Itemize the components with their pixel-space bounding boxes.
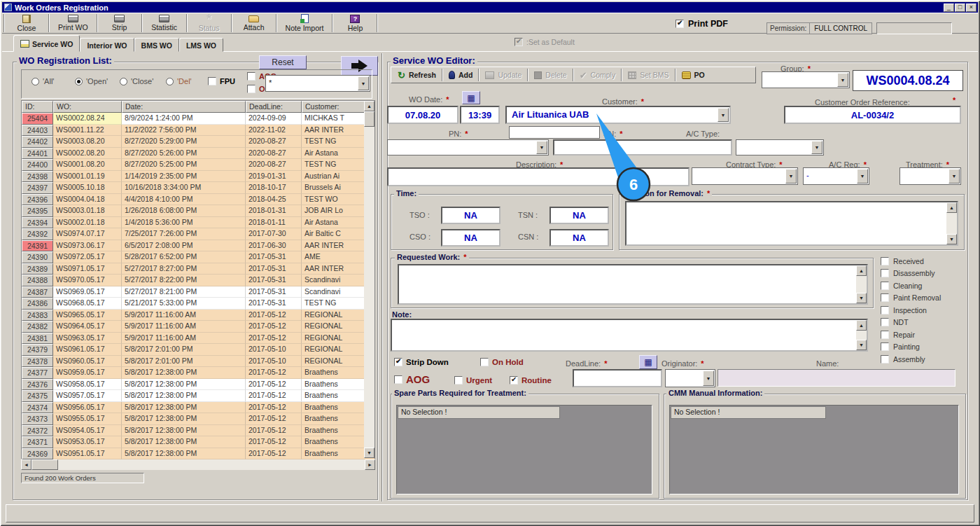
customer-dropdown-arrow[interactable] bbox=[718, 108, 729, 122]
row-id-cell[interactable]: 24401 bbox=[22, 148, 53, 160]
group-combobox[interactable] bbox=[762, 71, 850, 88]
table-row[interactable]: 24388WS0970.05.175/27/2017 8:22:00 PM201… bbox=[22, 275, 374, 286]
row-deadline-cell[interactable]: 2017-05-12 bbox=[246, 310, 302, 321]
row-deadline-cell[interactable]: 2017-05-12 bbox=[246, 333, 302, 345]
row-date-cell[interactable]: 11/2/2022 7:56:00 PM bbox=[122, 125, 246, 137]
ac-type-dropdown-arrow[interactable] bbox=[811, 141, 822, 154]
urgent-option[interactable]: Urgent bbox=[454, 376, 492, 385]
toolbar-button-strip[interactable]: Strip bbox=[99, 13, 140, 33]
treatment-checkbox[interactable] bbox=[881, 318, 889, 326]
row-customer-cell[interactable]: TEST NG bbox=[302, 298, 365, 310]
requested-work-scroll-track[interactable] bbox=[856, 276, 867, 293]
row-customer-cell[interactable]: Braathens bbox=[302, 390, 365, 402]
table-row[interactable]: 24383WS0965.05.175/9/2017 11:16:00 AM201… bbox=[22, 310, 374, 321]
row-customer-cell[interactable]: JOB AIR Lo bbox=[302, 205, 365, 217]
pn-small-field[interactable] bbox=[509, 126, 600, 139]
row-deadline-cell[interactable]: 2017-05-31 bbox=[246, 251, 302, 263]
minimize-button[interactable]: _ bbox=[944, 4, 954, 12]
radio-button[interactable] bbox=[75, 78, 83, 85]
editor-toolbar-button-refresh[interactable]: Refresh bbox=[393, 68, 441, 82]
row-customer-cell[interactable]: REGIONAL bbox=[302, 310, 365, 321]
row-id-cell[interactable]: 24397 bbox=[22, 182, 53, 194]
sn-field[interactable] bbox=[553, 139, 732, 155]
row-wo-cell[interactable]: WS0001.08.20 bbox=[53, 159, 122, 171]
row-id-cell[interactable]: 24373 bbox=[22, 413, 53, 425]
customer-order-reference-field[interactable]: AL-0034/2 bbox=[784, 106, 961, 124]
row-customer-cell[interactable]: REGIONAL bbox=[302, 333, 365, 345]
scroll-down-icon[interactable]: ▼ bbox=[364, 448, 374, 458]
group-dropdown-arrow[interactable] bbox=[837, 73, 848, 87]
row-wo-cell[interactable]: WS0005.10.18 bbox=[53, 182, 122, 194]
row-wo-cell[interactable]: WS0001.01.19 bbox=[53, 171, 122, 183]
table-row[interactable]: 24373WS0955.05.175/8/2017 12:38:00 PM201… bbox=[22, 413, 374, 425]
row-customer-cell[interactable]: Brussels Ai bbox=[302, 182, 365, 194]
column-header-date[interactable]: Date: bbox=[122, 101, 246, 113]
customer-filter-dropdown-arrow[interactable] bbox=[358, 76, 369, 90]
row-id-cell[interactable]: 24390 bbox=[22, 251, 53, 263]
row-wo-cell[interactable]: WS0003.01.18 bbox=[53, 205, 122, 217]
row-wo-cell[interactable]: WS0002.08.24 bbox=[53, 113, 122, 125]
row-date-cell[interactable]: 5/8/2017 12:38:00 PM bbox=[122, 425, 246, 437]
toolbar-button-print-wo[interactable]: Print WO bbox=[51, 13, 95, 33]
treatment-step-inspection[interactable]: Inspection bbox=[881, 304, 973, 317]
row-deadline-cell[interactable]: 2017-05-12 bbox=[246, 425, 302, 437]
row-deadline-cell[interactable]: 2017-05-12 bbox=[246, 379, 302, 391]
treatment-step-received[interactable]: Received bbox=[881, 255, 973, 268]
requested-work-textarea[interactable]: ▲ ▼ bbox=[398, 264, 868, 305]
row-date-cell[interactable]: 8/27/2020 5:29:00 PM bbox=[122, 136, 246, 148]
column-header-wo[interactable]: WO: bbox=[53, 101, 122, 113]
row-customer-cell[interactable]: Scandinavi bbox=[302, 286, 365, 298]
table-row[interactable]: 24378WS0960.05.175/8/2017 2:01:00 PM2017… bbox=[22, 356, 374, 368]
row-id-cell[interactable]: 24377 bbox=[22, 367, 53, 379]
row-customer-cell[interactable]: Braathens bbox=[302, 425, 365, 437]
row-date-cell[interactable]: 5/8/2017 12:38:00 PM bbox=[122, 402, 246, 414]
toolbar-button-statistic[interactable]: Statistic bbox=[144, 13, 185, 33]
row-id-cell[interactable]: 24386 bbox=[22, 298, 53, 310]
table-row[interactable]: 24394WS0002.01.181/4/2018 5:36:00 PM2018… bbox=[22, 217, 374, 229]
row-deadline-cell[interactable]: 2017-05-12 bbox=[246, 436, 302, 448]
spare-parts-list[interactable]: No Selection ! bbox=[396, 405, 652, 494]
row-date-cell[interactable]: 5/27/2017 8:22:00 PM bbox=[122, 275, 246, 286]
radio-button[interactable] bbox=[31, 78, 39, 85]
row-id-cell[interactable]: 24382 bbox=[22, 321, 53, 333]
row-customer-cell[interactable]: Air Baltic C bbox=[302, 228, 365, 240]
treatment-checkbox[interactable] bbox=[881, 331, 889, 339]
row-id-cell[interactable]: 24403 bbox=[22, 125, 53, 137]
row-wo-cell[interactable]: WS0963.05.17 bbox=[53, 333, 122, 345]
row-customer-cell[interactable]: Air Astana bbox=[302, 148, 365, 160]
originator-combobox[interactable] bbox=[665, 369, 715, 387]
row-customer-cell[interactable]: Austrian Ai bbox=[302, 171, 365, 183]
row-wo-cell[interactable]: WS0968.05.17 bbox=[53, 298, 122, 310]
originator-dropdown-arrow[interactable] bbox=[703, 371, 714, 386]
row-customer-cell[interactable]: Braathens bbox=[302, 448, 365, 460]
column-header-id[interactable]: ID: bbox=[22, 101, 53, 113]
treatment-combobox[interactable] bbox=[899, 167, 961, 185]
table-row[interactable]: 24392WS0974.07.177/25/2017 7:26:00 PM201… bbox=[22, 228, 374, 240]
row-customer-cell[interactable]: REGIONAL bbox=[302, 356, 365, 368]
row-customer-cell[interactable]: Air Astana bbox=[302, 217, 365, 229]
row-customer-cell[interactable]: Braathens bbox=[302, 402, 365, 414]
table-row[interactable]: 24390WS0972.05.175/28/2017 6:52:00 PM201… bbox=[22, 251, 374, 263]
table-row[interactable]: 25404WS0002.08.248/9/2024 1:24:00 PM2024… bbox=[22, 113, 374, 125]
table-row[interactable]: 24401WS0002.08.208/27/2020 5:26:00 PM202… bbox=[22, 148, 374, 160]
row-deadline-cell[interactable]: 2017-05-12 bbox=[246, 390, 302, 402]
row-customer-cell[interactable]: Braathens bbox=[302, 379, 365, 391]
table-row[interactable]: 24386WS0968.05.175/21/2017 5:33:00 PM201… bbox=[22, 298, 374, 310]
scroll-up-icon[interactable]: ▲ bbox=[946, 202, 957, 213]
row-wo-cell[interactable]: WS0001.11.22 bbox=[53, 125, 122, 137]
row-deadline-cell[interactable]: 2017-05-12 bbox=[246, 402, 302, 414]
table-row[interactable]: 24377WS0959.05.175/8/2017 12:38:00 PM201… bbox=[22, 367, 374, 379]
on-hold-option[interactable]: On Hold bbox=[480, 358, 524, 366]
row-id-cell[interactable]: 24381 bbox=[22, 333, 53, 345]
ac-reg-combobox[interactable]: - bbox=[803, 167, 869, 185]
row-customer-cell[interactable]: TEST WO bbox=[302, 194, 365, 206]
table-row[interactable]: 24369WS0951.05.175/8/2017 12:38:00 PM201… bbox=[22, 448, 374, 460]
deadline-calendar-button[interactable] bbox=[639, 355, 657, 369]
row-customer-cell[interactable]: REGIONAL bbox=[302, 344, 365, 356]
row-id-cell[interactable]: 24391 bbox=[22, 240, 53, 252]
radio-option-del[interactable]: 'Del' bbox=[166, 77, 192, 85]
reason-scroll-track[interactable] bbox=[946, 213, 957, 234]
print-pdf-option[interactable]: Print PDF bbox=[676, 19, 728, 29]
aog-filter-checkbox[interactable] bbox=[247, 72, 255, 81]
toolbar-button-attach[interactable]: Attach bbox=[234, 13, 274, 33]
